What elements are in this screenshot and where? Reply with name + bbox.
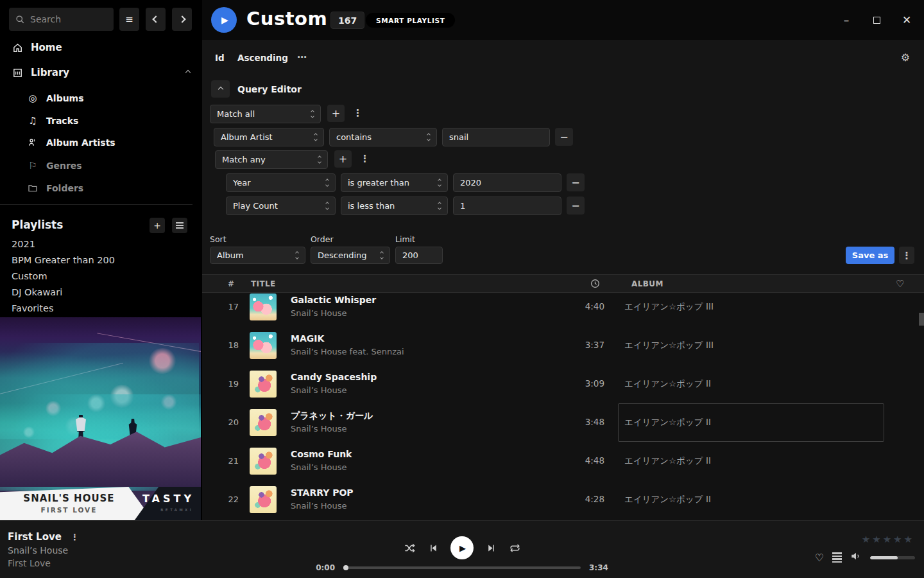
close-button[interactable]: ✕ [901,13,912,26]
group-rule1-value-input[interactable]: 2020 [453,173,561,192]
star-icon[interactable]: ★ [893,534,902,545]
track-artist[interactable]: Snail’s House feat. Sennzai [291,347,404,356]
column-index[interactable]: # [228,279,234,288]
now-playing-menu-button[interactable]: ⋮ [71,532,79,542]
track-album[interactable]: エイリアン☆ポップ II [624,455,711,467]
manage-playlists-button[interactable] [172,218,187,233]
track-artist[interactable]: Snail’s House [291,385,346,395]
duration-clock-icon[interactable] [590,279,600,290]
remove-group-rule2-button[interactable]: − [567,197,585,215]
settings-gear-button[interactable]: ⚙ [901,51,910,64]
group-rule2-operator-select[interactable]: is less than [341,197,448,215]
add-rule-button[interactable]: + [327,105,345,122]
playlist-item-favorites[interactable]: Favorites [12,303,54,313]
root-match-select[interactable]: Match all [210,105,321,123]
playlist-item-dj-okawari[interactable]: DJ Okawari [12,287,62,297]
scrollbar-thumb[interactable] [919,313,924,326]
playlist-item-custom[interactable]: Custom [12,271,47,281]
track-artist[interactable]: Snail’s House [291,308,346,318]
nav-back-button[interactable] [146,8,166,31]
repeat-button[interactable] [508,541,521,554]
now-playing-album[interactable]: First Love [8,558,51,568]
sort-order-button[interactable]: Ascending [237,53,288,63]
group-rule2-field-select[interactable]: Play Count [226,197,336,215]
sidebar-item-genres[interactable]: ⚐ Genres [27,160,82,171]
track-album[interactable]: エイリアン☆ポップ III [624,301,714,313]
add-playlist-button[interactable]: + [150,218,165,233]
collapse-query-editor-button[interactable] [211,80,230,98]
group-rule1-operator-select[interactable]: is greater than [341,173,448,192]
now-playing-title[interactable]: First Love [8,531,62,543]
sidebar-item-album-artists[interactable]: Album Artists [27,137,116,148]
save-menu-button[interactable]: ⋮ [899,247,914,264]
rule-operator-select[interactable]: contains [329,128,437,146]
volume-slider[interactable] [870,556,915,559]
remove-rule-button[interactable]: − [555,128,573,146]
maximize-button[interactable] [871,13,882,26]
star-icon[interactable]: ★ [872,534,880,545]
column-title[interactable]: TITLE [251,279,276,288]
rule-value-input[interactable]: snail [442,128,550,146]
star-icon[interactable]: ★ [862,534,870,545]
remove-group-rule1-button[interactable]: − [567,173,585,191]
sidebar-item-home[interactable]: Home [12,42,62,53]
track-title: Candy Spaceship [291,372,377,382]
column-album[interactable]: ALBUM [631,279,663,288]
group-rule2-value-input[interactable]: 1 [453,197,561,215]
shuffle-button[interactable] [403,541,416,554]
track-artist[interactable]: Snail’s House [291,424,346,434]
sort-select[interactable]: Album [210,247,305,264]
limit-label: Limit [395,234,415,244]
previous-button[interactable] [427,541,440,554]
table-row[interactable]: 18 MAGIK Snail’s House feat. Sennzai 3:3… [202,326,924,365]
seek-bar[interactable] [343,566,581,569]
sidebar-item-library[interactable]: Library [12,67,190,78]
now-playing-cover-art[interactable]: SNAIL'S HOUSE FIRST LOVE TASTY BETAMXI [0,317,201,520]
favorite-heart-button[interactable]: ♡ [815,552,824,564]
rule-field-select[interactable]: Album Artist [214,128,324,146]
group-rule1-field-select[interactable]: Year [226,173,336,192]
star-icon[interactable]: ★ [904,534,912,545]
menu-button[interactable]: ≡ [119,8,139,31]
track-album[interactable]: エイリアン☆ポップ II [624,378,711,390]
playlist-item-bpm[interactable]: BPM Greater than 200 [12,255,115,265]
player-bar: First Love ⋮ Snail’s House First Love ▶ … [0,520,924,578]
star-icon[interactable]: ★ [883,534,891,545]
playlist-item-2021[interactable]: 2021 [12,239,35,249]
nav-forward-button[interactable] [172,8,192,31]
minimize-button[interactable]: – [841,13,852,26]
save-as-button[interactable]: Save as [846,247,894,264]
track-artist[interactable]: Snail’s House [291,501,346,511]
group-match-select[interactable]: Match any [215,150,328,169]
table-row[interactable]: 19 Candy Spaceship Snail’s House 3:09 エイ… [202,365,924,403]
table-row[interactable]: 17 Galactic Whisper Snail’s House 4:40 エ… [202,293,924,326]
queue-button[interactable] [832,552,842,563]
table-row[interactable]: 21 Cosmo Funk Snail’s House 4:48 エイリアン☆ポ… [202,442,924,480]
select-chevrons-icon [326,202,329,209]
track-album[interactable]: エイリアン☆ポップ II [624,494,711,505]
volume-button[interactable] [850,550,862,565]
add-group-rule-button[interactable]: + [334,150,352,168]
track-album[interactable]: エイリアン☆ポップ II [624,417,711,428]
track-album[interactable]: エイリアン☆ポップ III [624,340,714,351]
group-rule-menu-button[interactable]: ⋮ [360,153,370,164]
track-artist[interactable]: Snail’s House [291,462,346,472]
order-select[interactable]: Descending [311,247,390,264]
seek-handle[interactable] [343,565,348,570]
table-row[interactable]: 22 STARRY POP Snail’s House 4:28 エイリアン☆ポ… [202,480,924,519]
play-pause-button[interactable]: ▶ [450,536,474,559]
play-playlist-button[interactable]: ▶ [211,7,237,33]
now-playing-artist[interactable]: Snail’s House [8,545,68,556]
more-options-button[interactable]: ⋯ [297,51,307,63]
play-icon: ▶ [459,543,466,553]
sidebar-item-albums[interactable]: ◎ Albums [27,92,84,104]
root-rule-menu-button[interactable]: ⋮ [353,107,363,119]
sort-field-button[interactable]: Id [215,53,225,63]
table-row[interactable]: 20 プラネット・ガール Snail’s House 3:48 エイリアン☆ポッ… [202,403,924,442]
search-input[interactable]: Search [9,8,114,31]
sidebar-item-tracks[interactable]: ♫ Tracks [27,115,78,127]
sidebar-item-folders[interactable]: Folders [27,183,83,193]
next-button[interactable] [484,541,497,554]
column-favorite-heart-icon[interactable]: ♡ [896,278,905,290]
limit-input[interactable]: 200 [395,247,443,264]
